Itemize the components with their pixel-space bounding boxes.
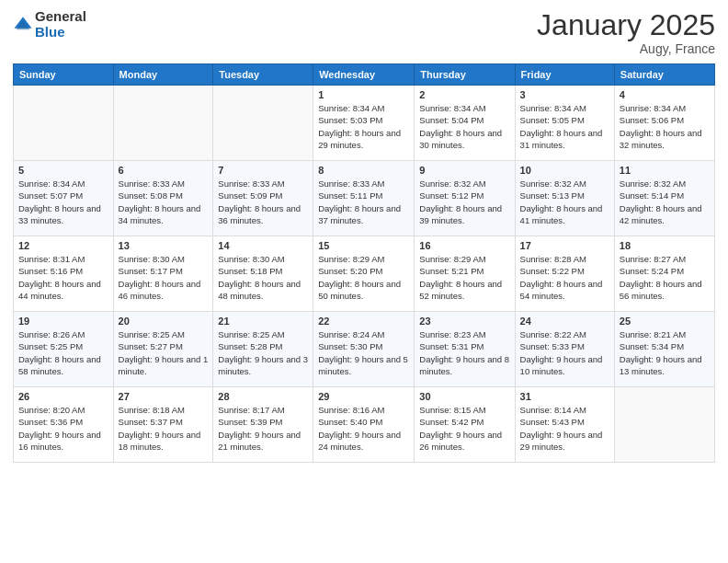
week-row-2: 12 Sunrise: 8:31 AMSunset: 5:16 PMDaylig… xyxy=(14,236,715,312)
calendar-cell: 7 Sunrise: 8:33 AMSunset: 5:09 PMDayligh… xyxy=(213,161,313,236)
day-detail: Sunrise: 8:27 AMSunset: 5:24 PMDaylight:… xyxy=(620,254,702,301)
calendar-cell xyxy=(614,387,714,463)
day-detail: Sunrise: 8:14 AMSunset: 5:43 PMDaylight:… xyxy=(520,405,603,452)
calendar-cell: 2 Sunrise: 8:34 AMSunset: 5:04 PMDayligh… xyxy=(415,86,515,161)
calendar-cell: 26 Sunrise: 8:20 AMSunset: 5:36 PMDaylig… xyxy=(14,387,114,463)
calendar-cell: 29 Sunrise: 8:16 AMSunset: 5:40 PMDaylig… xyxy=(313,387,415,463)
calendar-cell: 22 Sunrise: 8:24 AMSunset: 5:30 PMDaylig… xyxy=(313,312,415,387)
day-detail: Sunrise: 8:33 AMSunset: 5:08 PMDaylight:… xyxy=(119,178,201,225)
calendar-cell: 28 Sunrise: 8:17 AMSunset: 5:39 PMDaylig… xyxy=(213,387,313,463)
location: Augy, France xyxy=(537,41,715,56)
day-detail: Sunrise: 8:25 AMSunset: 5:27 PMDaylight:… xyxy=(119,329,209,376)
day-number: 5 xyxy=(18,165,108,176)
col-friday: Friday xyxy=(515,64,614,86)
day-number: 12 xyxy=(18,240,108,251)
day-number: 14 xyxy=(218,240,308,251)
week-row-4: 26 Sunrise: 8:20 AMSunset: 5:36 PMDaylig… xyxy=(14,387,715,463)
day-detail: Sunrise: 8:17 AMSunset: 5:39 PMDaylight:… xyxy=(218,405,301,452)
day-number: 8 xyxy=(318,165,409,176)
day-number: 7 xyxy=(218,165,308,176)
calendar-cell: 15 Sunrise: 8:29 AMSunset: 5:20 PMDaylig… xyxy=(313,236,415,312)
day-number: 22 xyxy=(318,316,409,327)
col-sunday: Sunday xyxy=(14,64,114,86)
day-detail: Sunrise: 8:29 AMSunset: 5:21 PMDaylight:… xyxy=(419,254,502,301)
calendar-cell: 5 Sunrise: 8:34 AMSunset: 5:07 PMDayligh… xyxy=(14,161,114,236)
calendar-cell: 1 Sunrise: 8:34 AMSunset: 5:03 PMDayligh… xyxy=(313,86,415,161)
calendar-cell: 30 Sunrise: 8:15 AMSunset: 5:42 PMDaylig… xyxy=(415,387,515,463)
day-number: 16 xyxy=(419,240,509,251)
calendar-cell: 13 Sunrise: 8:30 AMSunset: 5:17 PMDaylig… xyxy=(113,236,213,312)
calendar-cell: 20 Sunrise: 8:25 AMSunset: 5:27 PMDaylig… xyxy=(113,312,213,387)
day-detail: Sunrise: 8:30 AMSunset: 5:17 PMDaylight:… xyxy=(119,254,201,301)
day-detail: Sunrise: 8:33 AMSunset: 5:09 PMDaylight:… xyxy=(218,178,301,225)
day-number: 13 xyxy=(119,240,209,251)
day-number: 25 xyxy=(620,316,710,327)
day-detail: Sunrise: 8:33 AMSunset: 5:11 PMDaylight:… xyxy=(318,178,401,225)
day-detail: Sunrise: 8:30 AMSunset: 5:18 PMDaylight:… xyxy=(218,254,301,301)
day-number: 20 xyxy=(119,316,209,327)
logo-general-text: General xyxy=(35,9,86,25)
calendar-cell: 16 Sunrise: 8:29 AMSunset: 5:21 PMDaylig… xyxy=(415,236,515,312)
day-detail: Sunrise: 8:18 AMSunset: 5:37 PMDaylight:… xyxy=(119,405,201,452)
day-detail: Sunrise: 8:32 AMSunset: 5:14 PMDaylight:… xyxy=(620,178,702,225)
calendar-cell: 18 Sunrise: 8:27 AMSunset: 5:24 PMDaylig… xyxy=(614,236,714,312)
day-number: 6 xyxy=(119,165,209,176)
day-number: 28 xyxy=(218,391,308,402)
month-title: January 2025 xyxy=(537,9,715,41)
calendar-cell: 4 Sunrise: 8:34 AMSunset: 5:06 PMDayligh… xyxy=(614,86,714,161)
day-detail: Sunrise: 8:23 AMSunset: 5:31 PMDaylight:… xyxy=(419,329,509,376)
day-detail: Sunrise: 8:16 AMSunset: 5:40 PMDaylight:… xyxy=(318,405,401,452)
calendar-cell: 19 Sunrise: 8:26 AMSunset: 5:25 PMDaylig… xyxy=(14,312,114,387)
day-number: 30 xyxy=(419,391,509,402)
day-detail: Sunrise: 8:34 AMSunset: 5:05 PMDaylight:… xyxy=(520,103,603,150)
logo: General Blue xyxy=(13,9,86,40)
col-tuesday: Tuesday xyxy=(213,64,313,86)
calendar-table: Sunday Monday Tuesday Wednesday Thursday… xyxy=(13,63,715,463)
calendar-cell: 31 Sunrise: 8:14 AMSunset: 5:43 PMDaylig… xyxy=(515,387,614,463)
calendar-cell: 12 Sunrise: 8:31 AMSunset: 5:16 PMDaylig… xyxy=(14,236,114,312)
col-wednesday: Wednesday xyxy=(313,64,415,86)
calendar-cell: 17 Sunrise: 8:28 AMSunset: 5:22 PMDaylig… xyxy=(515,236,614,312)
day-number: 4 xyxy=(620,89,710,100)
week-row-0: 1 Sunrise: 8:34 AMSunset: 5:03 PMDayligh… xyxy=(14,86,715,161)
day-detail: Sunrise: 8:32 AMSunset: 5:12 PMDaylight:… xyxy=(419,178,502,225)
calendar-cell: 14 Sunrise: 8:30 AMSunset: 5:18 PMDaylig… xyxy=(213,236,313,312)
day-number: 3 xyxy=(520,89,609,100)
day-number: 9 xyxy=(419,165,509,176)
day-detail: Sunrise: 8:28 AMSunset: 5:22 PMDaylight:… xyxy=(520,254,603,301)
day-number: 11 xyxy=(620,165,710,176)
day-number: 21 xyxy=(218,316,308,327)
day-detail: Sunrise: 8:32 AMSunset: 5:13 PMDaylight:… xyxy=(520,178,603,225)
day-detail: Sunrise: 8:29 AMSunset: 5:20 PMDaylight:… xyxy=(318,254,401,301)
day-number: 17 xyxy=(520,240,609,251)
day-detail: Sunrise: 8:22 AMSunset: 5:33 PMDaylight:… xyxy=(520,329,603,376)
calendar-cell xyxy=(113,86,213,161)
day-detail: Sunrise: 8:15 AMSunset: 5:42 PMDaylight:… xyxy=(419,405,502,452)
calendar-cell xyxy=(14,86,114,161)
header: General Blue January 2025 Augy, France xyxy=(13,9,715,56)
day-detail: Sunrise: 8:34 AMSunset: 5:03 PMDaylight:… xyxy=(318,103,401,150)
week-row-1: 5 Sunrise: 8:34 AMSunset: 5:07 PMDayligh… xyxy=(14,161,715,236)
day-number: 31 xyxy=(520,391,609,402)
day-detail: Sunrise: 8:34 AMSunset: 5:04 PMDaylight:… xyxy=(419,103,502,150)
day-number: 2 xyxy=(419,89,509,100)
calendar-cell: 25 Sunrise: 8:21 AMSunset: 5:34 PMDaylig… xyxy=(614,312,714,387)
calendar-header-row: Sunday Monday Tuesday Wednesday Thursday… xyxy=(14,64,715,86)
day-detail: Sunrise: 8:24 AMSunset: 5:30 PMDaylight:… xyxy=(318,329,408,376)
calendar-cell: 6 Sunrise: 8:33 AMSunset: 5:08 PMDayligh… xyxy=(113,161,213,236)
page: General Blue January 2025 Augy, France S… xyxy=(0,0,728,563)
day-number: 26 xyxy=(18,391,108,402)
day-detail: Sunrise: 8:21 AMSunset: 5:34 PMDaylight:… xyxy=(620,329,702,376)
col-monday: Monday xyxy=(113,64,213,86)
calendar-cell: 23 Sunrise: 8:23 AMSunset: 5:31 PMDaylig… xyxy=(415,312,515,387)
day-number: 29 xyxy=(318,391,409,402)
day-number: 19 xyxy=(18,316,108,327)
calendar-cell: 24 Sunrise: 8:22 AMSunset: 5:33 PMDaylig… xyxy=(515,312,614,387)
calendar-cell: 11 Sunrise: 8:32 AMSunset: 5:14 PMDaylig… xyxy=(614,161,714,236)
day-number: 23 xyxy=(419,316,509,327)
day-number: 10 xyxy=(520,165,609,176)
day-detail: Sunrise: 8:26 AMSunset: 5:25 PMDaylight:… xyxy=(18,329,101,376)
calendar-cell: 9 Sunrise: 8:32 AMSunset: 5:12 PMDayligh… xyxy=(415,161,515,236)
day-detail: Sunrise: 8:34 AMSunset: 5:07 PMDaylight:… xyxy=(18,178,101,225)
day-number: 24 xyxy=(520,316,609,327)
